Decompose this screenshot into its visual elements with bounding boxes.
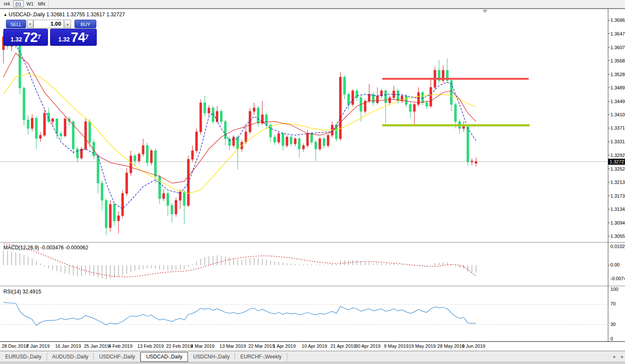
price-axis-label: 1.36070	[610, 45, 625, 50]
chart-tab-eurchfweekly[interactable]: EURCHF-,Weekly	[235, 353, 287, 361]
macd-axis-label: 0.00	[610, 262, 619, 267]
chart-canvas[interactable]	[0, 0, 625, 364]
price-axis-label: 1.36860	[610, 18, 625, 23]
date-axis-label: 1 Apr 2019	[273, 343, 296, 349]
date-axis-label: 13 Mar 2019	[220, 343, 246, 349]
date-axis-label: 22 Mar 2019	[248, 343, 275, 349]
price-axis-label: 1.35280	[610, 72, 625, 77]
macd-axis-label: -0.007477	[610, 276, 625, 281]
rsi-panel-divider[interactable]	[0, 286, 625, 287]
sell-price-point: 7	[37, 29, 41, 44]
date-axis-label: 4 Feb 2019	[109, 343, 133, 349]
date-axis-label: 13 Feb 2019	[137, 343, 164, 349]
date-axis-label: 16 Jan 2019	[55, 343, 81, 349]
one-click-trading-panel: SELL ▼ 1.00 ▲ BUY 1.32 72 7 1.32 74 7	[3, 19, 97, 46]
chart-tab-usdcnhdaily[interactable]: USDCNH-,Daily	[188, 353, 235, 361]
volume-decrease-button[interactable]: ▼	[27, 20, 33, 28]
price-axis-label: 1.34100	[610, 112, 625, 117]
symbol-info-line: ▲ USDCAD-,Daily 1.32681 1.32755 1.32617 …	[3, 12, 125, 18]
date-axis-label: 28 May 2019	[438, 343, 465, 349]
buy-price-figure: 1.32	[58, 35, 70, 44]
date-axis-label: 30 Apr 2019	[355, 343, 381, 349]
sell-price-button[interactable]: 1.32 72 7	[3, 29, 48, 46]
date-axis-label: 21 Apr 2019	[330, 343, 356, 349]
sell-button[interactable]: SELL	[6, 20, 26, 28]
chart-tab-audusddaily[interactable]: AUDUSD-,Daily	[47, 353, 94, 361]
price-axis-label: 1.32520	[610, 166, 625, 172]
price-axis-label: 1.33710	[610, 125, 625, 130]
date-axis-label: 10 Apr 2019	[302, 343, 327, 349]
volume-increase-button[interactable]: ▲	[64, 20, 71, 28]
price-axis-label: 1.34490	[610, 99, 625, 104]
macd-panel-divider[interactable]	[0, 242, 625, 243]
sell-price-pips: 72	[23, 31, 38, 44]
rsi-axis-label: 100	[610, 287, 618, 292]
tab-scroll-right-icon[interactable]: ►	[619, 355, 625, 359]
buy-price-pips: 74	[71, 31, 85, 44]
rsi-label: RSI(14) 32.4915	[3, 289, 41, 295]
chart-tab-eurusddaily[interactable]: EURUSD-,Daily	[0, 353, 47, 361]
price-axis-label: 1.32920	[610, 153, 625, 158]
macd-axis-label: 0.010229	[610, 244, 625, 249]
price-axis-label: 1.35680	[610, 58, 625, 63]
chart-tab-bar: EURUSD-,DailyAUDUSD-,DailyUSDCHF-,DailyU…	[0, 351, 625, 362]
price-axis-label: 1.31340	[610, 207, 625, 212]
rsi-axis-label: 70	[610, 301, 616, 306]
date-axis-label: 19 May 2019	[408, 343, 436, 349]
buy-price-button[interactable]: 1.32 74 7	[50, 29, 97, 46]
ohlc-values: 1.32681 1.32755 1.32617 1.32727	[46, 12, 125, 18]
date-axis-label: 25 Jan 2019	[84, 343, 110, 349]
chart-shift-marker-icon[interactable]	[482, 10, 488, 13]
chart-tab-usdchfdaily[interactable]: USDCHF-,Daily	[94, 353, 140, 361]
price-axis-label: 1.32130	[610, 180, 625, 185]
price-axis-label: 1.34890	[610, 85, 625, 90]
chart-tab-usdcaddaily[interactable]: USDCAD-,Daily	[140, 352, 188, 362]
rsi-axis-label: 0	[610, 336, 613, 341]
buy-price-point: 7	[85, 29, 89, 44]
date-axis-label: 6 Jun 2019	[462, 343, 485, 349]
price-axis-border	[608, 9, 608, 351]
price-axis-label: 1.33310	[610, 139, 625, 144]
date-axis-label: 4 Mar 2019	[191, 343, 215, 349]
current-price-tag: 1.32727	[608, 159, 625, 165]
macd-label: MACD(12,26,9) -0.003476 -0.000062	[3, 245, 88, 251]
volume-input[interactable]: 1.00	[33, 20, 64, 28]
date-axis-label: 7 Jan 2019	[27, 343, 50, 349]
date-axis-label: 28 Dec 2018	[2, 343, 28, 349]
price-axis-label: 1.31730	[610, 193, 625, 198]
sell-price-figure: 1.32	[10, 35, 22, 44]
price-axis-label: 1.36470	[610, 31, 625, 36]
trading-terminal-window: H4D1W1MN ▲ USDCAD-,Daily 1.32681 1.32755…	[0, 0, 625, 364]
buy-button[interactable]: BUY	[74, 20, 96, 28]
date-axis: 28 Dec 20187 Jan 201916 Jan 201925 Jan 2…	[0, 341, 625, 351]
symbol-label: USDCAD-,Daily	[9, 12, 45, 18]
tab-scroll-left-icon[interactable]: ◄	[611, 355, 617, 359]
date-axis-label: 22 Feb 2019	[166, 343, 193, 349]
rsi-axis-label: 30	[610, 322, 616, 327]
status-strip	[0, 362, 625, 364]
date-axis-label: 9 May 2019	[384, 343, 408, 349]
price-axis-label: 1.30550	[610, 234, 625, 239]
collapse-panel-icon[interactable]: ▲	[3, 12, 7, 17]
price-axis-label: 1.30940	[610, 220, 625, 225]
